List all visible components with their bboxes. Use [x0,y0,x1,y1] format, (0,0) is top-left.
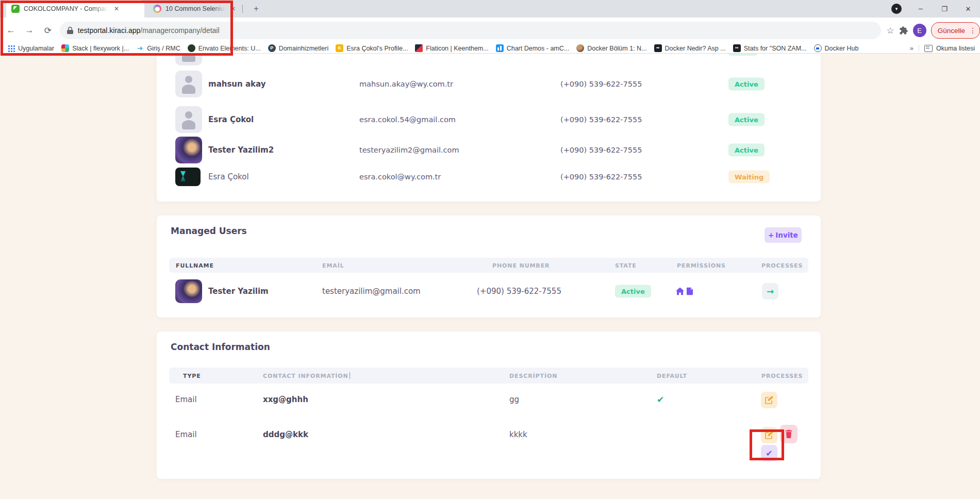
contact-value: xxg@ghhh [263,395,308,404]
bookmark-apps-grid[interactable]: Uygulamalar [7,44,54,52]
column-header: PERMİSSİONS [677,262,726,269]
kiraci-favicon-icon [11,5,20,13]
tab-close-icon[interactable]: ✕ [114,5,119,12]
tab-separator [242,5,243,13]
bookmark-label: Domainhizmetleri [279,45,329,52]
bookmark-envato[interactable]: Envato Elements: U... [188,44,261,52]
status-badge: Active [728,78,765,91]
avatar [175,137,202,163]
bookmark-video-dark[interactable]: ••Stats for "SON ZAM... [733,44,807,52]
slack-icon [61,44,69,52]
bookmark-p-circle[interactable]: PDomainhizmetleri [268,44,329,52]
window-controls: ▾ ─ ❐ ✕ [891,0,980,18]
envato-icon [188,44,195,52]
column-header: TYPE [183,372,201,379]
bookmark-photo[interactable]: Docker Bölüm 1: N... [576,44,646,52]
user-email: esra.cokol.54@gmail.com [359,115,456,124]
tab-selenium-article[interactable]: 10 Common Selenium Exception ✕ [148,0,241,18]
browser-profile-chip-icon[interactable]: ▾ [891,4,902,14]
contact-type: Email [175,430,197,439]
bookmark-video-dark[interactable]: ••Docker Nedir? Asp ... [654,44,726,52]
column-header: PHONE NUMBER [492,262,550,269]
minimize-button[interactable]: ─ [909,0,933,18]
delete-button[interactable] [780,425,798,443]
company-users-card: mahsun akaymahsun.akay@wy.com.tr(+090) 5… [157,54,821,202]
contact-description: gg [509,395,519,404]
bookmark-docker[interactable]: Docker Hub [814,44,859,52]
bookmarks-overflow-chevron[interactable]: » [910,44,913,52]
new-tab-button[interactable]: + [251,4,261,14]
invite-button[interactable]: + Invite [765,227,802,243]
url-path: /managercompany/detail [140,26,219,35]
contact-type: Email [175,395,197,404]
address-bar[interactable]: testportal.kiraci.app/managercompany/det… [60,22,882,39]
reload-button[interactable]: ⟳ [40,23,56,38]
bookmark-k-square[interactable]: KEsra Çokol's Profile... [336,44,408,52]
tab-title: COKOLCOMPANY - Company De [24,5,109,12]
video-dark-icon: •• [733,44,741,52]
bookmark-label: Envato Elements: U... [198,45,261,52]
browser-profile-avatar[interactable]: E [913,24,926,37]
bookmark-label: Uygulamalar [18,45,54,52]
page-content: mahsun akaymahsun.akay@wy.com.tr(+090) 5… [0,54,980,499]
k-square-icon: K [336,44,343,52]
bookmark-label: Flaticon | Keenthem... [426,45,488,52]
extensions-puzzle-icon[interactable] [899,26,908,35]
forward-button[interactable]: → [22,23,37,38]
bookmark-label: Docker Hub [825,45,859,52]
plus-icon: + [768,231,774,239]
edit-button[interactable] [761,392,777,408]
user-name: Tester Yazilim [208,287,269,296]
chrome-update-button[interactable]: Güncelle ⋮ [931,22,980,39]
contact-table-header: TYPECONTACT INFORMATİONDESCRİPTİONDEFAUL… [169,368,808,384]
bookmark-label: Esra Çokol's Profile... [346,45,408,52]
close-button[interactable]: ✕ [956,0,980,18]
status-badge: Waiting [728,171,770,184]
restore-button[interactable]: ❐ [933,0,956,18]
permission-icons [676,288,693,295]
user-phone: (+090) 539-622-7555 [560,146,642,154]
bookmark-chart[interactable]: Chart Demos - amC... [496,44,570,52]
docker-icon [814,44,822,52]
flaticon-icon [415,44,423,52]
browser-tab-strip: COKOLCOMPANY - Company De ✕ 10 Common Se… [0,0,980,18]
default-check-icon: ✔ [657,394,664,405]
url-domain: testportal.kiraci.app [78,26,140,35]
column-header: FULLNAME [176,262,214,269]
open-detail-button[interactable]: → [762,283,778,300]
bookmark-label: Giriş / RMC [147,45,180,52]
column-header: DEFAULT [657,372,687,379]
bookmark-star-icon[interactable]: ☆ [886,25,894,36]
user-email: testeryazilim2@gmail.com [359,146,459,154]
reading-list-label: Okuma listesi [936,45,975,52]
column-header: DESCRİPTİON [509,372,557,379]
reading-list-icon [924,45,933,52]
url-text: testportal.kiraci.app/managercompany/det… [78,26,220,35]
arrow-icon: ➔ [136,44,144,52]
browser-menu-icon[interactable]: ⋮ [969,26,976,35]
edit-button[interactable] [761,427,777,443]
user-phone: (+090) 539-622-7555 [560,115,642,124]
tab-company-detail[interactable]: COKOLCOMPANY - Company De ✕ [6,0,144,18]
column-header: PROCESSES [761,372,803,379]
bookmark-flaticon[interactable]: Flaticon | Keenthem... [415,44,488,52]
bookmark-label: Slack | flexywork |... [72,45,129,52]
column-header: EMAİL [322,262,344,269]
lock-icon [67,27,73,34]
column-header: CONTACT INFORMATİON [263,372,350,379]
file-icon [687,288,693,295]
back-button[interactable]: ← [3,23,19,38]
bookmarks-bar: UygulamalarSlack | flexywork |...➔Giriş … [0,43,980,54]
text-caret [350,372,351,379]
contact-description: kkkk [509,430,527,439]
tab-close-icon[interactable]: ✕ [230,5,236,12]
bookmark-arrow[interactable]: ➔Giriş / RMC [136,44,180,52]
reading-list-button[interactable]: Okuma listesi [924,45,975,52]
tab-title: 10 Common Selenium Exception [165,5,225,12]
status-badge: Active [728,113,765,126]
bookmark-slack[interactable]: Slack | flexywork |... [61,44,129,52]
confirm-button[interactable]: ✔ [761,445,777,461]
toolbar-actions: ☆ E Güncelle ⋮ [886,22,980,39]
video-dark-icon: •• [654,44,662,52]
user-name: Tester Yazilim2 [208,145,274,155]
